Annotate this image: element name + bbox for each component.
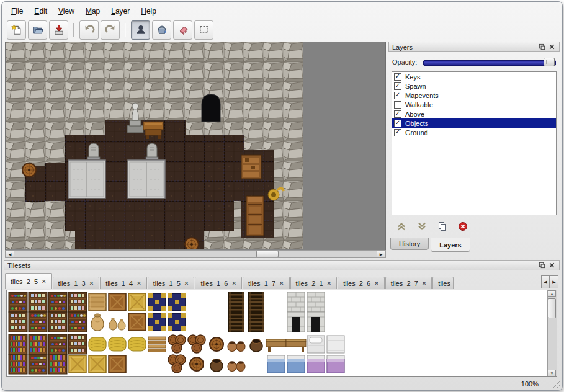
layer-tools [395, 220, 470, 233]
dock-tabs: History Layers [388, 238, 560, 257]
undo-button[interactable] [79, 20, 99, 40]
layer-row-above[interactable]: ✓ Above [392, 109, 556, 118]
new-map-button[interactable] [7, 20, 26, 40]
menu-view[interactable]: View [53, 5, 80, 17]
layer-visibility-checkbox[interactable]: ✓ [394, 92, 401, 99]
map-horizontal-scrollbar[interactable]: ◀ ▶ [5, 250, 386, 258]
menu-layer[interactable]: Layer [105, 5, 135, 17]
layer-label: Above [405, 110, 424, 118]
layer-row-walkable[interactable]: Walkable [392, 100, 556, 109]
select-tool-button[interactable] [194, 20, 213, 40]
tileset-tab-tiles_2_1[interactable]: tiles_2_1 ✕ [290, 277, 338, 289]
redo-button[interactable] [101, 20, 120, 40]
tab-close-icon[interactable]: ✕ [42, 278, 47, 285]
tilesets-panel-titlebar[interactable]: Tilesets [4, 260, 560, 270]
slider-grip [546, 60, 552, 64]
horizontal-scroll-handle[interactable] [256, 251, 279, 257]
tab-scroll-buttons: ◀ ▶ [541, 275, 558, 288]
tileset-tab-tiles_2_7[interactable]: tiles_2_7 ✕ [385, 277, 432, 289]
tab-label: tiles_1_4 [105, 280, 133, 287]
opacity-slider[interactable] [423, 57, 556, 68]
redo-icon [105, 24, 116, 35]
stone-slab-object [68, 160, 105, 198]
map-canvas-container [5, 42, 386, 251]
tileset-tab-tiles_2_6[interactable]: tiles_2_6 ✕ [338, 277, 385, 289]
open-map-button[interactable] [28, 20, 47, 40]
tileset-vertical-scrollbar[interactable]: ▲ ▼ [547, 290, 557, 376]
layer-visibility-checkbox[interactable]: ✓ [394, 120, 401, 127]
save-map-button[interactable] [49, 20, 68, 40]
opacity-slider-track[interactable] [423, 60, 556, 66]
menu-map[interactable]: Map [80, 5, 105, 17]
layer-visibility-checkbox[interactable] [394, 101, 401, 109]
scroll-up-button[interactable]: ▲ [548, 290, 556, 297]
layer-visibility-checkbox[interactable]: ✓ [394, 73, 401, 81]
menu-file[interactable]: File [6, 5, 29, 17]
vertical-scroll-handle[interactable] [548, 298, 556, 318]
tileset-tab-partial[interactable]: tiles_ [432, 277, 454, 289]
layer-row-keys[interactable]: ✓ Keys [392, 72, 556, 81]
tab-close-icon[interactable]: ✕ [89, 280, 94, 287]
float-icon [539, 262, 545, 269]
eraser-tool-button[interactable] [173, 20, 192, 40]
map-canvas[interactable] [6, 42, 385, 249]
tab-close-icon[interactable]: ✕ [327, 280, 332, 287]
tileset-tab-tiles_1_3[interactable]: tiles_1_3 ✕ [53, 277, 100, 289]
layer-row-spawn[interactable]: ✓ Spawn [392, 81, 556, 91]
float-panel-button[interactable] [537, 261, 546, 269]
scroll-left-button[interactable]: ◀ [6, 251, 14, 257]
stamp-tool-button[interactable] [131, 20, 150, 40]
status-bar: 100% [2, 378, 562, 390]
tab-close-icon[interactable]: ✕ [184, 280, 189, 287]
float-icon [539, 43, 545, 50]
tileset-canvas[interactable] [7, 290, 548, 376]
tab-layers[interactable]: Layers [431, 238, 470, 252]
fill-tool-button[interactable] [152, 20, 171, 40]
tileset-tab-tiles_1_4[interactable]: tiles_1_4 ✕ [100, 277, 147, 289]
tileset-tab-tiles_2_5[interactable]: tiles_2_5 ✕ [5, 273, 52, 289]
tab-close-icon[interactable]: ✕ [422, 280, 427, 287]
tileset-tab-tiles_1_6[interactable]: tiles_1_6 ✕ [195, 277, 242, 289]
scroll-down-button[interactable]: ▼ [548, 370, 556, 376]
tab-close-icon[interactable]: ✕ [137, 280, 141, 287]
shelf-object [241, 155, 261, 179]
float-panel-button[interactable] [537, 43, 546, 51]
menu-bar: File Edit View Map Layer Help [6, 4, 162, 18]
tab-label: tiles_1_5 [153, 280, 181, 287]
layer-visibility-checkbox[interactable]: ✓ [394, 129, 401, 136]
raise-layer-button[interactable] [395, 220, 408, 233]
layer-row-ground[interactable]: ✓ Ground [392, 128, 556, 137]
menu-edit[interactable]: Edit [29, 5, 53, 17]
tileset-tab-tiles_1_5[interactable]: tiles_1_5 ✕ [148, 277, 195, 289]
tab-scroll-right-button[interactable]: ▶ [550, 275, 558, 288]
opacity-slider-handle[interactable] [544, 58, 555, 66]
layer-row-mapevents[interactable]: ✓ Mapevents [392, 91, 556, 100]
tab-close-icon[interactable]: ✕ [279, 280, 284, 287]
scroll-right-button[interactable]: ▶ [377, 251, 385, 257]
menu-help[interactable]: Help [135, 5, 162, 17]
delete-layer-button[interactable] [456, 220, 470, 233]
tab-close-icon[interactable]: ✕ [231, 280, 236, 287]
lower-layer-button[interactable] [415, 220, 429, 233]
layer-visibility-checkbox[interactable]: ✓ [394, 110, 401, 118]
tab-history[interactable]: History [390, 238, 429, 250]
tab-label: tiles_1_6 [200, 280, 228, 287]
tileset-view: ▲ ▼ [6, 290, 557, 377]
duplicate-layer-button[interactable] [436, 220, 449, 233]
tab-label: tiles_1_7 [248, 280, 275, 287]
tileset-tab-tiles_1_7[interactable]: tiles_1_7 ✕ [243, 277, 290, 289]
close-panel-button[interactable] [547, 261, 556, 269]
tab-scroll-left-button[interactable]: ◀ [541, 275, 550, 288]
stone-slab-object [128, 160, 165, 198]
tombstone-object [87, 143, 100, 159]
close-panel-button[interactable] [547, 43, 556, 51]
opacity-label: Opacity: [392, 58, 423, 66]
layer-label: Spawn [405, 82, 426, 90]
layers-panel-titlebar[interactable]: Layers [388, 42, 560, 52]
tab-label: tiles_2_1 [296, 280, 323, 287]
tab-close-icon[interactable]: ✕ [374, 280, 379, 287]
app-window: File Edit View Map Layer Help [1, 1, 563, 391]
layer-visibility-checkbox[interactable]: ✓ [394, 82, 401, 90]
layer-row-objects[interactable]: ✓ Objects [392, 118, 556, 128]
eraser-tool-icon [177, 24, 189, 35]
